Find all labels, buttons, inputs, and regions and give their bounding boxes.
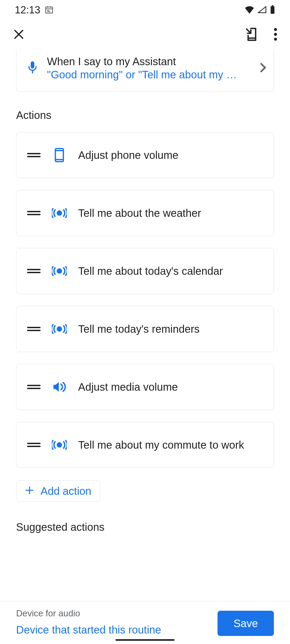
status-bar: 12:13 <box>0 0 290 20</box>
svg-point-22 <box>57 442 62 448</box>
device-for-audio[interactable]: Device for audio Device that started thi… <box>16 608 161 636</box>
drag-handle-icon[interactable] <box>27 211 41 215</box>
action-card[interactable]: Tell me today's reminders <box>16 306 274 352</box>
assistant-icon <box>52 323 67 335</box>
suggested-actions-header: Suggested actions <box>16 521 274 533</box>
wifi-icon <box>245 6 254 15</box>
svg-point-19 <box>57 210 62 216</box>
assistant-icon <box>52 207 67 219</box>
trigger-card[interactable]: When I say to my Assistant "Good morning… <box>16 50 274 92</box>
nav-bar-handle[interactable] <box>115 639 175 641</box>
add-to-home-icon[interactable] <box>245 27 258 42</box>
add-action-label: Add action <box>41 485 91 497</box>
action-label: Adjust phone volume <box>78 149 179 161</box>
action-label: Tell me about my commute to work <box>78 439 244 451</box>
svg-point-12 <box>274 33 277 36</box>
svg-rect-14 <box>31 61 34 69</box>
action-card[interactable]: Adjust phone volume <box>16 132 274 178</box>
app-bar <box>0 20 290 50</box>
volume-icon <box>52 380 67 393</box>
plus-icon <box>25 485 34 497</box>
action-card[interactable]: Adjust media volume <box>16 364 274 410</box>
device-audio-label: Device for audio <box>16 608 161 619</box>
phone-icon <box>52 148 67 163</box>
trigger-phrase: "Good morning" or "Tell me about my … <box>47 69 251 81</box>
action-label: Tell me about today's calendar <box>78 265 223 277</box>
save-label: Save <box>233 617 258 630</box>
cell-signal-icon <box>258 6 267 15</box>
bottom-bar: Device for audio Device that started thi… <box>0 601 290 644</box>
assistant-icon <box>52 265 67 277</box>
assistant-icon <box>52 439 67 451</box>
action-card[interactable]: Tell me about the weather <box>16 190 274 236</box>
battery-icon <box>270 5 275 15</box>
status-right <box>245 5 275 15</box>
save-button[interactable]: Save <box>218 611 274 636</box>
svg-point-20 <box>57 268 62 274</box>
chevron-right-icon <box>260 62 266 74</box>
actions-header: Actions <box>16 109 274 121</box>
svg-point-11 <box>274 28 277 31</box>
svg-point-13 <box>274 38 277 41</box>
svg-rect-7 <box>272 5 273 6</box>
device-audio-value: Device that started this routine <box>16 624 161 636</box>
drag-handle-icon[interactable] <box>27 443 41 447</box>
drag-handle-icon[interactable] <box>27 153 41 157</box>
add-action-button[interactable]: Add action <box>16 480 100 502</box>
drag-handle-icon[interactable] <box>27 327 41 331</box>
action-label: Tell me about the weather <box>78 207 201 219</box>
trigger-title: When I say to my Assistant <box>47 56 251 68</box>
status-time: 12:13 <box>15 4 40 16</box>
more-icon[interactable] <box>274 28 277 42</box>
mic-icon <box>27 60 38 76</box>
svg-point-21 <box>57 326 62 332</box>
status-left: 12:13 <box>15 4 54 16</box>
drag-handle-icon[interactable] <box>27 269 41 273</box>
close-icon[interactable] <box>13 28 25 41</box>
action-label: Tell me today's reminders <box>78 323 200 335</box>
action-card[interactable]: Tell me about my commute to work <box>16 422 274 468</box>
action-card[interactable]: Tell me about today's calendar <box>16 248 274 294</box>
drag-handle-icon[interactable] <box>27 385 41 389</box>
action-label: Adjust media volume <box>78 381 178 393</box>
svg-rect-6 <box>271 6 274 14</box>
calendar-icon <box>45 5 54 15</box>
